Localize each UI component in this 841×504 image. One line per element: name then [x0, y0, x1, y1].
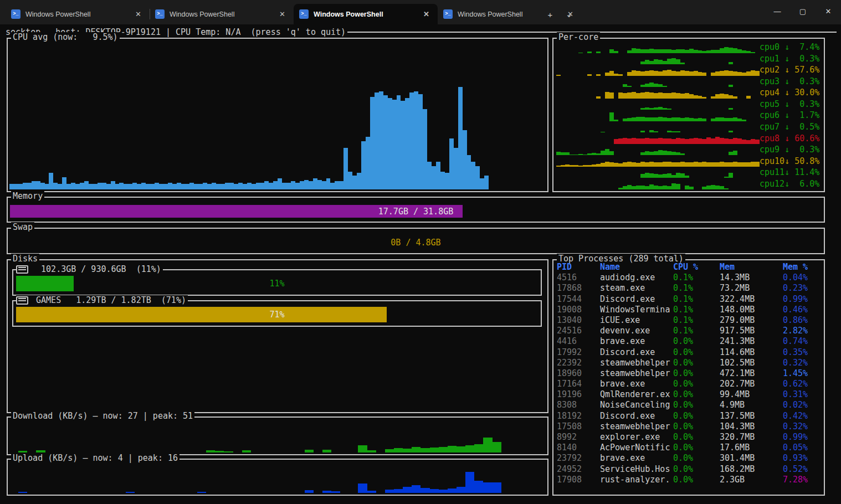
- tabstrip-extras: + ⌄: [542, 7, 577, 22]
- core-spark-bar: [729, 71, 733, 75]
- close-button[interactable]: ✕: [816, 0, 841, 22]
- core-spark-bar: [720, 94, 724, 98]
- cpu-history-bar: [436, 162, 440, 189]
- core-row-9: cpu9 ↓ 0.3%: [556, 144, 822, 156]
- core-spark-bar: [601, 151, 605, 155]
- core-row-0: cpu0 ↓ 7.4%: [556, 42, 822, 53]
- download-bar: [430, 448, 439, 452]
- core-label: cpu9 ↓ 0.3%: [760, 144, 822, 156]
- process-cell-mem: 114.6MB: [720, 347, 783, 358]
- upload-bar: [474, 481, 483, 493]
- core-spark-bar: [654, 151, 658, 156]
- process-cell-mem: 241.3MB: [720, 336, 783, 347]
- core-spark-bar: [640, 174, 645, 178]
- tab-windows-powershell-2[interactable]: >_Windows PowerShell✕: [150, 4, 294, 24]
- core-spark-bar: [658, 186, 663, 189]
- tab-close-icon[interactable]: ✕: [420, 9, 432, 19]
- process-cell-name: steamwebhelper: [600, 368, 673, 379]
- download-bar: [224, 451, 233, 452]
- tab-dropdown-button[interactable]: ⌄: [561, 7, 577, 22]
- core-spark-bar: [640, 71, 645, 75]
- cpu-history-bar: [58, 184, 62, 189]
- drive-icon-line: [18, 298, 26, 299]
- cpu-history-bar: [449, 138, 454, 190]
- core-spark-bar: [702, 162, 706, 167]
- core-spark-bar: [715, 71, 720, 76]
- cpu-history-bar: [141, 183, 146, 190]
- process-cell-cpu: 0.1%: [673, 326, 720, 336]
- download-bar: [420, 448, 429, 452]
- tab-windows-powershell-3[interactable]: >_Windows PowerShell✕: [294, 4, 438, 24]
- core-spark-bar: [640, 186, 645, 189]
- powershell-icon: >_: [11, 9, 20, 19]
- core-spark-bar: [667, 138, 671, 144]
- core-spark-bar: [632, 70, 636, 75]
- process-cell-cpu: 0.1%: [673, 272, 720, 283]
- core-spark-bar: [720, 138, 724, 144]
- cpu-history-bar: [36, 181, 40, 189]
- process-cell-cpu: 0.0%: [673, 358, 720, 368]
- cpu-history-bar: [98, 183, 102, 190]
- upload-bar: [420, 488, 429, 493]
- process-cell-mem-pct: 0.86%: [783, 315, 822, 326]
- core-spark-bar: [702, 187, 706, 189]
- core-spark-bar: [711, 162, 715, 166]
- core-spark-bar: [720, 71, 724, 76]
- tab-windows-powershell-1[interactable]: >_Windows PowerShell✕: [6, 4, 150, 24]
- process-column-header: CPU %: [673, 262, 720, 272]
- upload-bar: [322, 491, 331, 493]
- disks-title: Disks: [11, 254, 39, 264]
- upload-title: Upload (KB/s) — now: 4 | peak: 16: [11, 453, 180, 464]
- process-column-header: Mem: [720, 262, 783, 272]
- process-cell-name: brave.exe: [600, 379, 673, 389]
- tab-label: Windows PowerShell: [314, 11, 420, 18]
- core-spark-bar: [645, 49, 649, 53]
- process-column-header: Mem %: [783, 262, 822, 272]
- tab-close-icon[interactable]: ✕: [132, 9, 144, 19]
- core-spark-bar: [609, 162, 614, 167]
- core-spark-bar: [689, 162, 694, 167]
- cpu-history-bar: [159, 184, 163, 189]
- process-cell-mem: 320.7MB: [720, 432, 783, 443]
- core-spark-bar: [715, 162, 720, 167]
- core-label: cpu6 ↓ 1.7%: [760, 110, 822, 121]
- cpu-history-bar: [14, 184, 18, 189]
- cpu-history-bar: [27, 183, 32, 190]
- core-spark-bar: [742, 140, 746, 144]
- cpu-history-bar: [463, 130, 467, 190]
- cpu-history-bar: [313, 178, 317, 189]
- download-bar: [403, 449, 412, 452]
- cpu-history-bar: [282, 183, 286, 190]
- cpu-history-bar: [168, 183, 172, 190]
- cpu-history-bar: [229, 183, 234, 190]
- core-spark-bar: [645, 186, 649, 189]
- core-spark-bar: [671, 71, 676, 76]
- new-tab-button[interactable]: +: [542, 7, 558, 22]
- core-spark-bar: [689, 138, 694, 144]
- core-spark-bar: [685, 71, 689, 75]
- core-spark-bar: [746, 162, 751, 167]
- download-title: Download (KB/s) — now: 27 | peak: 51: [11, 411, 194, 421]
- process-cell-name: iCUE.exe: [600, 315, 673, 326]
- cpu-history-bar: [40, 183, 45, 190]
- minimize-button[interactable]: —: [765, 0, 790, 22]
- process-cell-mem-pct: 0.52%: [783, 464, 822, 475]
- core-spark-bar: [671, 183, 676, 189]
- cpu-history-bar: [401, 101, 405, 189]
- core-spark-bar: [623, 186, 627, 189]
- core-row-3: cpu3 ↓ 0.3%: [556, 76, 822, 88]
- process-cell-pid: 17992: [557, 347, 600, 358]
- process-cell-name: devenv.exe: [600, 326, 673, 336]
- core-spark-bar: [733, 151, 737, 155]
- cpu-history-bar: [115, 184, 120, 189]
- core-spark-bar: [654, 162, 658, 167]
- core-spark-bar: [654, 93, 658, 99]
- cpu-history-bar: [150, 184, 155, 189]
- tab-close-icon[interactable]: ✕: [276, 9, 288, 19]
- core-spark-bar: [680, 138, 685, 144]
- maximize-button[interactable]: ▢: [790, 0, 816, 22]
- core-spark-bar: [645, 162, 649, 167]
- process-cell-cpu: 0.0%: [673, 453, 720, 464]
- cpu-history-bar: [102, 183, 106, 190]
- process-cell-name: NoiseCanceling: [600, 400, 673, 410]
